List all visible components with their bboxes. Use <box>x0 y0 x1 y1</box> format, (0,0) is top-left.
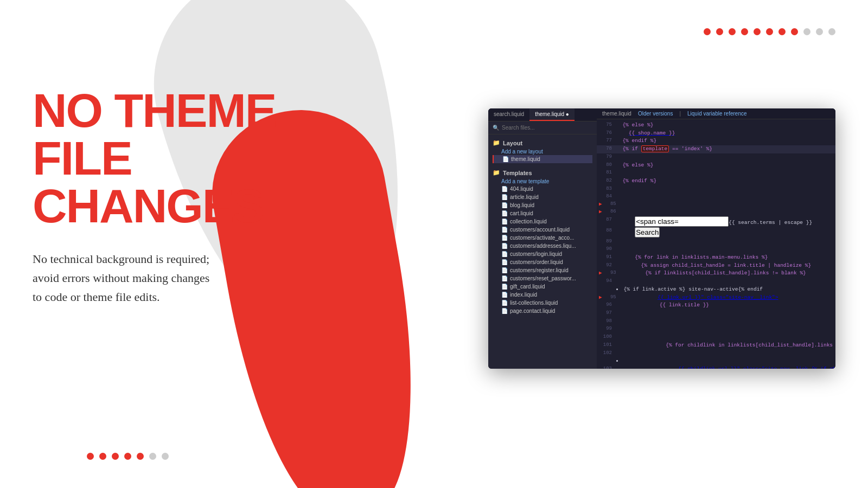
sidebar-file-collection_liquid[interactable]: 📄collection.liquid <box>493 217 592 226</box>
template-highlight: template <box>641 145 669 152</box>
sidebar-file-customers_register_liquid[interactable]: 📄customers/register.liquid <box>493 266 592 274</box>
sidebar-file-customers_order_liquid[interactable]: 📄customers/order.liquid <box>493 258 592 266</box>
dot-b5 <box>137 453 144 460</box>
sidebar-file-404_liquid[interactable]: 📄404.liquid <box>493 185 592 193</box>
file-icon: 📄 <box>501 292 508 298</box>
dot-b3 <box>112 453 119 460</box>
sidebar-file-theme-liquid[interactable]: 📄 theme.liquid <box>493 155 592 163</box>
topbar-filename: theme.liquid <box>602 111 631 117</box>
file-icon: 📄 <box>501 275 508 281</box>
file-icon: 📄 <box>501 300 508 306</box>
search-input[interactable] <box>502 125 592 131</box>
code-line-88: 88 <box>597 227 835 238</box>
tab-theme-liquid[interactable]: theme.liquid ● <box>529 108 575 121</box>
dot-1 <box>704 28 711 35</box>
code-line-100: 100 <box>597 333 835 342</box>
sidebar-file-list_collections_liquid[interactable]: 📄list-collections.liquid <box>493 299 592 307</box>
file-icon: 📄 <box>501 210 508 216</box>
code-line-102: 102 <box>597 350 835 365</box>
topbar-link2[interactable]: Liquid variable reference <box>687 111 747 117</box>
left-content: NO THEME FILE CHANGES No technical backg… <box>33 87 326 307</box>
code-line-101: 101 {% for childlink in linklists[child_… <box>597 342 835 350</box>
dot-b6 <box>149 453 156 460</box>
editor-sidebar: search.liquid theme.liquid ● 🔍 📁 Layout … <box>488 108 597 369</box>
subtitle-line3: to code or theme file edits. <box>33 290 160 304</box>
add-layout-link[interactable]: Add a new layout <box>493 148 592 155</box>
code-line-97: 97 <box>597 310 835 318</box>
editor-topbar: theme.liquid Older versions | Liquid var… <box>597 108 835 119</box>
arrow-indicator: ▶ <box>599 201 602 209</box>
file-icon: 📄 <box>501 186 508 192</box>
add-template-link[interactable]: Add a new template <box>493 178 592 185</box>
code-line-96: 96 {{ link.title }} <box>597 301 835 310</box>
file-icon: 📄 <box>501 202 508 208</box>
file-icon: 📄 <box>501 235 508 241</box>
file-icon: 📄 <box>501 243 508 249</box>
code-content: 75 {% else %}76 {{ shop.name }}77 {% end… <box>597 119 835 369</box>
code-line-98: 98 <box>597 318 835 326</box>
dot-8 <box>791 28 798 35</box>
code-line-93: ▶93 {% if linklists[child_list_handle].l… <box>597 269 835 278</box>
search-icon: 🔍 <box>493 125 499 131</box>
topbar-link1[interactable]: Older versions <box>638 111 673 117</box>
layout-header: 📁 Layout <box>493 138 592 148</box>
main-title: NO THEME FILE CHANGES <box>33 87 326 230</box>
subtitle-text: No technical background is required; avo… <box>33 249 326 307</box>
templates-folder-icon: 📁 <box>493 169 500 176</box>
sidebar-file-customers_reset_passwor___[interactable]: 📄customers/reset_passwor... <box>493 274 592 282</box>
arrow-indicator: ▶ <box>599 208 602 216</box>
sidebar-file-customers_login_liquid[interactable]: 📄customers/login.liquid <box>493 250 592 258</box>
code-line-81: 81 <box>597 169 835 177</box>
sidebar-file-gift_card_liquid[interactable]: 📄gift_card.liquid <box>493 282 592 291</box>
file-icon: 📄 <box>501 194 508 200</box>
sidebar-file-article_liquid[interactable]: 📄article.liquid <box>493 193 592 201</box>
file-icon: 📄 <box>501 251 508 257</box>
dot-9 <box>803 28 810 35</box>
code-line-84: 84 <box>597 193 835 201</box>
code-line-82: 82 {% endif %} <box>597 177 835 185</box>
templates-header: 📁 Templates <box>493 168 592 178</box>
code-line-90: 90 <box>597 246 835 254</box>
sidebar-search-box[interactable]: 🔍 <box>488 121 597 134</box>
dot-10 <box>816 28 823 35</box>
sidebar-file-customers_account_liquid[interactable]: 📄customers/account.liquid <box>493 226 592 234</box>
code-line-80: 80 {% else %} <box>597 162 835 170</box>
dot-7 <box>778 28 786 35</box>
arrow-indicator: ▶ <box>599 294 602 302</box>
tab-search-liquid[interactable]: search.liquid <box>488 108 529 121</box>
sidebar-file-page_contact_liquid[interactable]: 📄page.contact.liquid <box>493 307 592 315</box>
file-icon: 📄 <box>501 259 508 265</box>
code-line-103: 103 {{ childlink.url }}" class="site-nav… <box>597 365 835 369</box>
file-icon: 📄 <box>501 308 508 314</box>
sidebar-file-blog_liquid[interactable]: 📄blog.liquid <box>493 201 592 209</box>
subtitle-line1: No technical background is required; <box>33 252 209 266</box>
code-line-89: 89 <box>597 238 835 246</box>
dot-b1 <box>87 453 94 460</box>
dot-2 <box>716 28 723 35</box>
topbar-sep: | <box>679 111 681 117</box>
sidebar-file-cart_liquid[interactable]: 📄cart.liquid <box>493 209 592 217</box>
code-line-85: ▶85 <box>597 201 835 209</box>
code-line-92: 92 {% assign child_list_handle = link.ti… <box>597 262 835 270</box>
code-line-91: 91 {% for link in linklists.main-menu.li… <box>597 254 835 262</box>
code-line-79: 79 <box>597 153 835 162</box>
sidebar-file-customers_addresses_liqu___[interactable]: 📄customers/addresses.liqu... <box>493 242 592 250</box>
sidebar-file-index_liquid[interactable]: 📄index.liquid <box>493 291 592 299</box>
dot-4 <box>741 28 748 35</box>
code-line-86: ▶86 <box>597 208 835 216</box>
layout-section: 📁 Layout Add a new layout 📄 theme.liquid <box>488 134 597 164</box>
dot-b2 <box>99 453 106 460</box>
file-icon: 📄 <box>501 284 508 290</box>
dot-5 <box>754 28 761 35</box>
file-icon: 📄 <box>502 156 509 162</box>
dot-b4 <box>124 453 131 460</box>
template-files-list: 📄404.liquid📄article.liquid📄blog.liquid📄c… <box>493 185 592 315</box>
templates-section: 📁 Templates Add a new template 📄404.liqu… <box>488 164 597 316</box>
editor-code-area: theme.liquid Older versions | Liquid var… <box>597 108 835 369</box>
editor-tabs: search.liquid theme.liquid ● <box>488 108 597 121</box>
code-line-95: ▶95 {{ link.url }}" class="site-nav__lin… <box>597 294 835 302</box>
code-line-83: 83 <box>597 185 835 193</box>
sidebar-file-customers_activate_acco___[interactable]: 📄customers/activate_acco... <box>493 234 592 242</box>
dots-top-right <box>704 28 835 35</box>
dot-6 <box>766 28 773 35</box>
